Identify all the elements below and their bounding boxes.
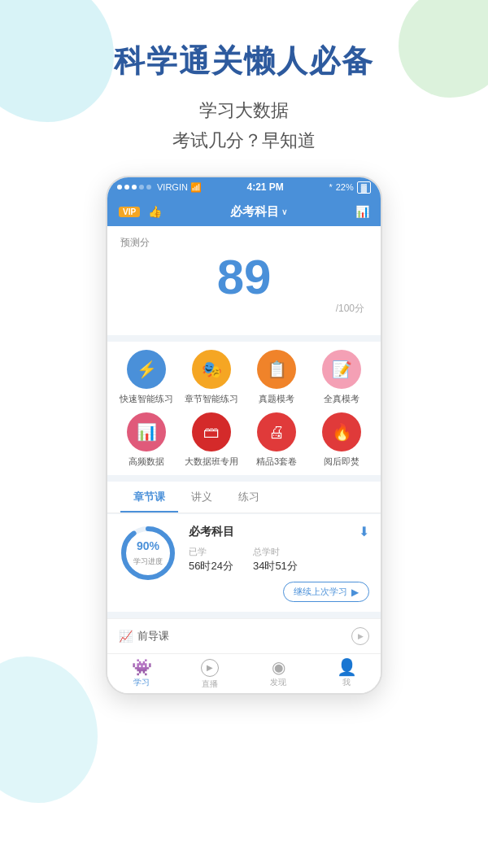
icon-bigdata-class-circle: 🗃 bbox=[192, 412, 231, 451]
live-icon: ▶ bbox=[201, 659, 219, 677]
progress-course-name: 必考科目 bbox=[189, 525, 234, 539]
discover-label: 发现 bbox=[270, 677, 286, 688]
signal-dot-4 bbox=[139, 185, 144, 190]
stat-total: 总学时 34时51分 bbox=[253, 546, 298, 574]
study-label: 学习 bbox=[133, 677, 150, 688]
icon-real-exam[interactable]: 📋 真题模考 bbox=[248, 350, 305, 404]
icon-high-freq-label: 高频数据 bbox=[129, 456, 164, 467]
icon-fast-practice-circle: ⚡ bbox=[127, 350, 166, 389]
tabs-row: 章节课 讲义 练习 bbox=[107, 482, 381, 513]
bottom-nav: 👾 学习 ▶ 直播 ◉ 发现 👤 我 bbox=[107, 653, 381, 693]
icon-premium-set-label: 精品3套卷 bbox=[256, 456, 297, 467]
stat-total-label: 总学时 bbox=[253, 546, 298, 558]
prev-lesson-left: 📈 前导课 bbox=[119, 629, 169, 643]
sub-title-line1: 学习大数据 bbox=[0, 95, 488, 125]
icon-row-2: 📊 高频数据 🗃 大数据班专用 🖨 精品3套卷 🔥 阅后即焚 bbox=[114, 412, 374, 467]
vip-badge[interactable]: VIP bbox=[119, 207, 140, 217]
nav-item-me[interactable]: 👤 我 bbox=[312, 659, 381, 690]
nav-item-study[interactable]: 👾 学习 bbox=[107, 659, 176, 690]
battery-icon: ▓ bbox=[357, 181, 371, 194]
icon-fast-practice[interactable]: ⚡ 快速智能练习 bbox=[118, 350, 175, 404]
header-area: 科学通关懒人必备 学习大数据 考试几分？早知道 bbox=[0, 0, 488, 156]
icon-read-burn[interactable]: 🔥 阅后即焚 bbox=[313, 412, 370, 467]
status-time: 4:21 PM bbox=[246, 181, 283, 193]
discover-icon: ◉ bbox=[272, 659, 285, 675]
continue-button[interactable]: 继续上次学习 ▶ bbox=[283, 582, 369, 602]
progress-pct: 90% bbox=[133, 539, 163, 552]
stat-total-value: 34时51分 bbox=[253, 560, 298, 572]
status-left: VIRGIN 📶 bbox=[117, 182, 202, 193]
progress-center-text: 90% 学习进度 bbox=[133, 539, 163, 567]
phone-mockup: VIRGIN 📶 4:21 PM * 22% ▓ VIP 👍 必考科目 ∨ 📊 bbox=[106, 176, 382, 696]
progress-info: 必考科目 ⬇ 已学 56时24分 总学时 34时51分 bbox=[189, 524, 369, 602]
me-icon: 👤 bbox=[337, 659, 357, 675]
sub-title: 学习大数据 考试几分？早知道 bbox=[0, 95, 488, 156]
prev-lesson-label: 前导课 bbox=[137, 629, 169, 643]
icon-full-exam-label: 全真模考 bbox=[324, 393, 359, 404]
nav-title: 必考科目 ∨ bbox=[230, 204, 287, 220]
nav-item-discover[interactable]: ◉ 发现 bbox=[244, 659, 312, 690]
progress-sub: 学习进度 bbox=[133, 557, 163, 565]
like-icon[interactable]: 👍 bbox=[148, 205, 162, 218]
tab-lecture[interactable]: 讲义 bbox=[178, 482, 225, 513]
score-inner: 89 /100分 bbox=[120, 253, 368, 316]
nav-left: VIP 👍 bbox=[119, 205, 162, 218]
prev-lesson-play-icon[interactable]: ▶ bbox=[351, 627, 369, 645]
icons-grid: ⚡ 快速智能练习 🎭 章节智能练习 📋 真题模考 📝 全真模考 bbox=[107, 342, 381, 476]
icon-premium-set-circle: 🖨 bbox=[257, 412, 296, 451]
icon-full-exam[interactable]: 📝 全真模考 bbox=[313, 350, 370, 404]
signal-dot-2 bbox=[124, 185, 129, 190]
carrier-label: VIRGIN bbox=[157, 182, 188, 192]
chart-icon[interactable]: 📊 bbox=[355, 205, 369, 218]
progress-section: 90% 学习进度 必考科目 ⬇ 已学 56时24分 bbox=[107, 514, 381, 612]
continue-label: 继续上次学习 bbox=[294, 586, 347, 598]
nav-bar: VIP 👍 必考科目 ∨ 📊 bbox=[107, 198, 381, 226]
main-title: 科学通关懒人必备 bbox=[0, 41, 488, 82]
score-number: 89 bbox=[120, 253, 368, 302]
stats-row: 已学 56时24分 总学时 34时51分 bbox=[189, 546, 369, 574]
icon-chapter-practice-circle: 🎭 bbox=[192, 350, 231, 389]
chevron-down-icon[interactable]: ∨ bbox=[281, 207, 287, 216]
bluetooth-icon: * bbox=[329, 182, 332, 192]
download-icon[interactable]: ⬇ bbox=[359, 524, 369, 539]
icon-bigdata-class-label: 大数据班专用 bbox=[185, 456, 238, 467]
play-icon: ▶ bbox=[351, 587, 359, 598]
icon-chapter-practice[interactable]: 🎭 章节智能练习 bbox=[183, 350, 240, 404]
icon-premium-set[interactable]: 🖨 精品3套卷 bbox=[248, 412, 305, 467]
phone-content: 预测分 89 /100分 ⚡ 快速智能练习 🎭 章节智能练习 bbox=[107, 226, 381, 654]
icon-chapter-practice-label: 章节智能练习 bbox=[185, 393, 238, 404]
icon-read-burn-circle: 🔥 bbox=[322, 412, 361, 451]
progress-circle: 90% 学习进度 bbox=[119, 524, 177, 582]
chart-small-icon: 📈 bbox=[119, 630, 133, 643]
prev-lesson-row[interactable]: 📈 前导课 ▶ bbox=[107, 618, 381, 653]
score-label: 预测分 bbox=[120, 236, 368, 250]
battery-pct: 22% bbox=[336, 182, 354, 192]
status-bar: VIRGIN 📶 4:21 PM * 22% ▓ bbox=[107, 177, 381, 198]
icon-bigdata-class[interactable]: 🗃 大数据班专用 bbox=[183, 412, 240, 467]
nav-item-live[interactable]: ▶ 直播 bbox=[176, 659, 244, 690]
score-section: 预测分 89 /100分 bbox=[107, 226, 381, 335]
live-label: 直播 bbox=[202, 678, 218, 690]
tab-chapter-course[interactable]: 章节课 bbox=[120, 482, 178, 513]
me-label: 我 bbox=[342, 677, 351, 688]
signal-dot-3 bbox=[132, 185, 137, 190]
icon-full-exam-circle: 📝 bbox=[322, 350, 361, 389]
tab-practice[interactable]: 练习 bbox=[225, 482, 272, 513]
study-icon: 👾 bbox=[132, 659, 152, 675]
signal-dot-1 bbox=[117, 185, 122, 190]
blob-bottom-left bbox=[0, 656, 98, 803]
icon-fast-practice-label: 快速智能练习 bbox=[120, 393, 173, 404]
status-right: * 22% ▓ bbox=[329, 181, 371, 194]
wifi-icon: 📶 bbox=[190, 182, 202, 193]
progress-title-row: 必考科目 ⬇ bbox=[189, 524, 369, 539]
stat-studied: 已学 56时24分 bbox=[189, 546, 233, 574]
signal-dot-5 bbox=[146, 185, 151, 190]
icon-real-exam-label: 真题模考 bbox=[259, 393, 294, 404]
phone-frame: VIRGIN 📶 4:21 PM * 22% ▓ VIP 👍 必考科目 ∨ 📊 bbox=[106, 176, 382, 696]
icon-real-exam-circle: 📋 bbox=[257, 350, 296, 389]
stat-studied-label: 已学 bbox=[189, 546, 233, 558]
icon-row-1: ⚡ 快速智能练习 🎭 章节智能练习 📋 真题模考 📝 全真模考 bbox=[114, 350, 374, 404]
nav-right[interactable]: 📊 bbox=[355, 205, 369, 218]
stat-studied-value: 56时24分 bbox=[189, 560, 233, 572]
icon-high-freq[interactable]: 📊 高频数据 bbox=[118, 412, 175, 467]
